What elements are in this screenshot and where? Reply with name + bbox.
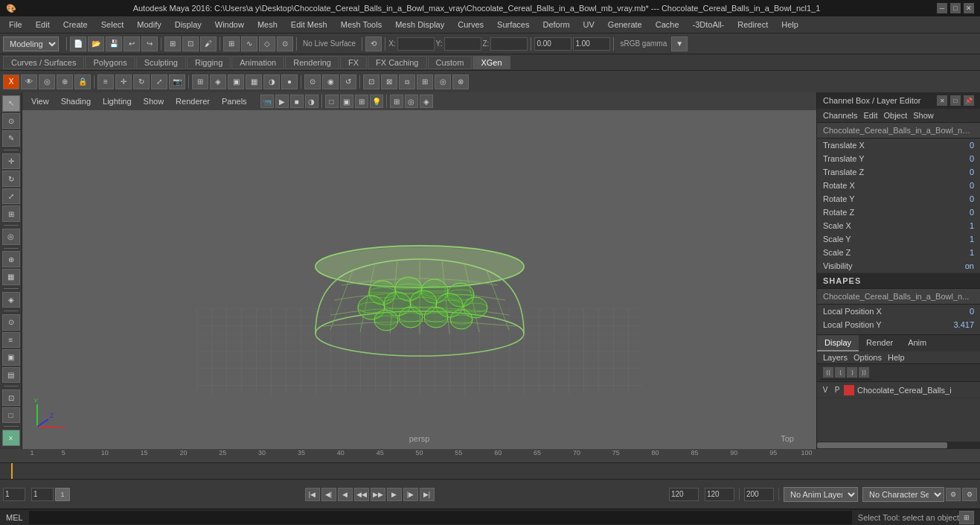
icon-btn-render1[interactable]: ⊙ bbox=[304, 74, 321, 89]
translate-y-value[interactable]: 0 bbox=[937, 154, 974, 163]
layer-scroll-right-right[interactable]: ⟩⟩ bbox=[859, 367, 869, 378]
close-button[interactable]: ✕ bbox=[964, 3, 974, 13]
timeline[interactable] bbox=[0, 462, 980, 479]
next-key-button[interactable]: |▶ bbox=[403, 488, 418, 501]
menu-file[interactable]: File bbox=[3, 19, 28, 31]
snap-grid-button[interactable]: ⊞ bbox=[223, 36, 240, 51]
mel-input[interactable] bbox=[29, 511, 852, 524]
play-forward-button[interactable]: ▶▶ bbox=[371, 488, 385, 501]
cb-expand-button[interactable]: □ bbox=[950, 95, 961, 106]
snap-view-button[interactable]: ⊙ bbox=[277, 36, 293, 51]
vp-shade-btn[interactable]: ▣ bbox=[340, 95, 353, 108]
vp-menu-view[interactable]: View bbox=[27, 95, 54, 107]
anim-layer-selector[interactable]: No Anim Layer bbox=[784, 487, 858, 502]
paint-select-button[interactable]: ✎ bbox=[2, 130, 20, 147]
anim-options-button[interactable]: ⚙ bbox=[946, 488, 961, 501]
icon-btn-grid[interactable]: ⊞ bbox=[192, 74, 208, 89]
open-file-button[interactable]: 📂 bbox=[88, 36, 104, 51]
cb-close-button[interactable]: ✕ bbox=[937, 95, 947, 106]
tab-sculpting[interactable]: Sculpting bbox=[136, 56, 186, 69]
play-backward-button[interactable]: ◀◀ bbox=[354, 488, 369, 501]
universal-tool-button[interactable]: ⊞ bbox=[2, 206, 20, 222]
layer-visibility-toggle[interactable]: V bbox=[820, 385, 830, 395]
menu-edit-mesh[interactable]: Edit Mesh bbox=[285, 19, 333, 31]
vp-hud-btn[interactable]: ◎ bbox=[405, 95, 418, 108]
icon-btn-render2[interactable]: ◉ bbox=[322, 74, 339, 89]
menu-display[interactable]: Display bbox=[169, 19, 208, 31]
menu-mesh-display[interactable]: Mesh Display bbox=[389, 19, 450, 31]
tab-polygons[interactable]: Polygons bbox=[85, 56, 135, 69]
vp-menu-lighting[interactable]: Lighting bbox=[98, 95, 136, 107]
icon-btn-render3[interactable]: ↺ bbox=[340, 74, 356, 89]
save-file-button[interactable]: 💾 bbox=[106, 36, 122, 51]
icon-btn-sym[interactable]: ⊗ bbox=[452, 74, 469, 89]
char-options-button[interactable]: ⚙ bbox=[962, 488, 977, 501]
icon-btn-layers[interactable]: ≡ bbox=[97, 74, 114, 89]
current-frame-field[interactable] bbox=[3, 488, 25, 501]
redo-button[interactable]: ↪ bbox=[141, 36, 158, 51]
minimize-button[interactable]: ─ bbox=[937, 3, 947, 13]
vp-xray-btn[interactable]: ◈ bbox=[420, 95, 433, 108]
tab-fx[interactable]: FX bbox=[340, 56, 367, 69]
scale-x-value[interactable]: 1 bbox=[937, 221, 974, 230]
tab-anim[interactable]: Anim bbox=[900, 335, 934, 351]
menu-create[interactable]: Create bbox=[57, 19, 94, 31]
go-end-button[interactable]: ▶| bbox=[420, 488, 435, 501]
vp-render-btn[interactable]: ▶ bbox=[275, 95, 289, 108]
icon-btn-x[interactable]: X bbox=[3, 74, 19, 89]
icon-btn-camera[interactable]: 📷 bbox=[169, 74, 185, 89]
visibility-value[interactable]: on bbox=[937, 261, 974, 270]
xgen-button[interactable]: X bbox=[2, 430, 20, 446]
scale-y-value[interactable]: 1 bbox=[937, 235, 974, 244]
viewport[interactable]: View Shading Lighting Show Renderer Pane… bbox=[22, 92, 816, 449]
menu-mesh-tools[interactable]: Mesh Tools bbox=[335, 19, 388, 31]
unknown1-button[interactable]: ⊕ bbox=[2, 251, 20, 267]
tab-xgen[interactable]: XGen bbox=[473, 56, 510, 69]
layer-menu-help[interactable]: Help bbox=[888, 353, 905, 362]
x-snap-field[interactable] bbox=[397, 37, 435, 51]
translate-z-value[interactable]: 0 bbox=[937, 168, 974, 176]
vp-camera-btn[interactable]: 📹 bbox=[260, 95, 274, 108]
menu-3dtool[interactable]: -3DtoAll- bbox=[687, 19, 731, 31]
tab-curves-surfaces[interactable]: Curves / Surfaces bbox=[3, 56, 84, 69]
layer-menu-layers[interactable]: Layers bbox=[823, 353, 848, 362]
icon-btn-shade1[interactable]: ◑ bbox=[263, 74, 280, 89]
unknown2-button[interactable]: ▦ bbox=[2, 269, 20, 285]
vp-wire-btn[interactable]: ◑ bbox=[305, 95, 318, 108]
icon-btn-soft[interactable]: ◎ bbox=[435, 74, 451, 89]
menu-modify[interactable]: Modify bbox=[131, 19, 167, 31]
vp-light-btn[interactable]: 💡 bbox=[370, 95, 383, 108]
local-pos-x-value[interactable]: 0 bbox=[937, 307, 974, 316]
icon-btn-rotate[interactable]: ↻ bbox=[133, 74, 150, 89]
icon-btn-scale[interactable]: ⤢ bbox=[151, 74, 167, 89]
layer-scrollbar[interactable] bbox=[817, 442, 980, 449]
tab-custom[interactable]: Custom bbox=[428, 56, 473, 69]
vp-menu-renderer[interactable]: Renderer bbox=[171, 95, 214, 107]
tab-display[interactable]: Display bbox=[817, 335, 859, 351]
value-field2[interactable] bbox=[573, 37, 610, 51]
paint-button[interactable]: 🖌 bbox=[200, 36, 217, 51]
icon-btn-lock[interactable]: 🔒 bbox=[74, 74, 91, 89]
unknown5-button[interactable]: ≡ bbox=[2, 332, 20, 349]
layer-menu-options[interactable]: Options bbox=[854, 353, 882, 362]
tab-fx-caching[interactable]: FX Caching bbox=[368, 56, 426, 69]
menu-deform[interactable]: Deform bbox=[537, 19, 575, 31]
cb-menu-show[interactable]: Show bbox=[913, 111, 934, 120]
range-end-field[interactable] bbox=[669, 488, 699, 501]
menu-select[interactable]: Select bbox=[95, 19, 130, 31]
status-icon-button[interactable]: ⊞ bbox=[959, 511, 974, 524]
z-snap-field[interactable] bbox=[490, 37, 528, 51]
prev-frame-button[interactable]: ◀ bbox=[338, 488, 353, 501]
vp-stop-btn[interactable]: ■ bbox=[290, 95, 304, 108]
gamma-dropdown-button[interactable]: ▼ bbox=[671, 36, 688, 51]
menu-curves[interactable]: Curves bbox=[452, 19, 490, 31]
rotate-y-value[interactable]: 0 bbox=[937, 194, 974, 203]
vp-grid-btn[interactable]: ⊞ bbox=[390, 95, 403, 108]
menu-window[interactable]: Window bbox=[209, 19, 250, 31]
menu-cache[interactable]: Cache bbox=[650, 19, 685, 31]
icon-btn-manip[interactable]: ⊞ bbox=[417, 74, 433, 89]
layer-scroll-thumb[interactable] bbox=[817, 442, 947, 448]
viewport-content[interactable]: X Y Z persp Top bbox=[22, 110, 816, 449]
layer-scroll-left[interactable]: ⟨ bbox=[835, 367, 845, 378]
timeline-cursor[interactable] bbox=[11, 463, 13, 479]
